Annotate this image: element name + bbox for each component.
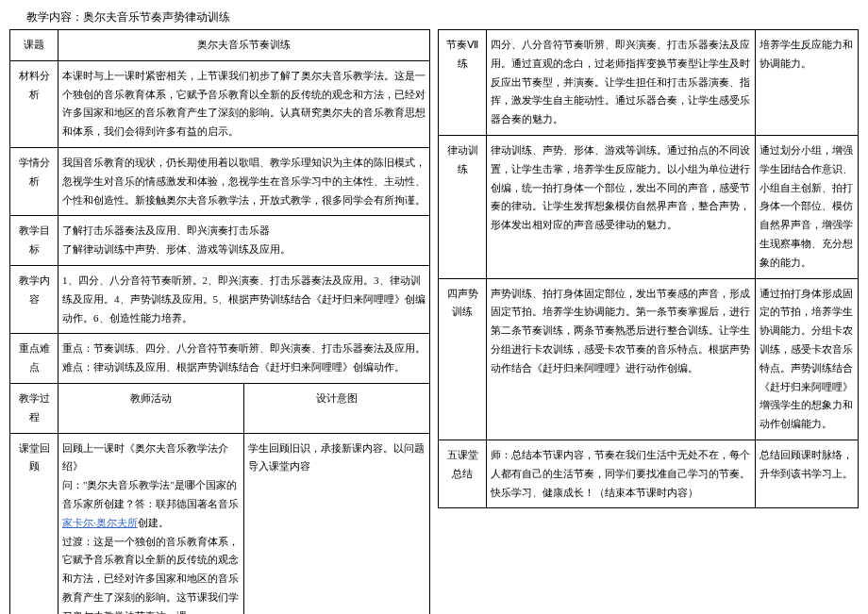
text-key: 重点：节奏训练、四分、八分音符节奏听辨、即兴演奏、打击乐器奏法及应用。难点：律动… [58, 334, 430, 384]
row-proc-header: 教学过程 教师活动 设计意图 [10, 383, 430, 433]
review-post: 创建。 过渡：这是一个独创的音乐教育体系，它赋予音乐教育以全新的反传统的观念和方… [62, 517, 239, 614]
row-material: 材料分析 本课时与上一课时紧密相关，上节课我们初步了解了奥尔夫音乐教学法。这是一… [10, 60, 430, 147]
row-r1: 节奏Ⅶ练 四分、八分音符节奏听辨、即兴演奏、打击乐器奏法及应用。通过直观的念白，… [439, 30, 859, 136]
label-content: 教学内容 [10, 265, 58, 333]
r3-label: 四声势训练 [439, 278, 487, 440]
page-title: 教学内容：奥尔夫音乐节奏声势律动训练 [9, 9, 859, 25]
label-topic: 课题 [10, 30, 58, 61]
text-material: 本课时与上一课时紧密相关，上节课我们初步了解了奥尔夫音乐教学法。这是一个独创的音… [58, 60, 430, 147]
row-topic: 课题 奥尔夫音乐节奏训练 [10, 30, 430, 61]
review-pre: 回顾上一课时《奥尔夫音乐教学法介绍》 问："奥尔夫音乐教学法"是哪个国家的音乐家… [62, 442, 239, 509]
review-design: 学生回顾旧识，承接新课内容。以问题导入课堂内容 [244, 433, 430, 614]
r4-label: 五课堂总结 [439, 440, 487, 507]
row-learn: 学情分析 我国音乐教育的现状，仍长期使用着以歌唱、教学乐理知识为主体的陈旧模式，… [10, 147, 430, 215]
r1-mid: 四分、八分音符节奏听辨、即兴演奏、打击乐器奏法及应用。通过直观的念白，过老师指挥… [487, 30, 756, 136]
r1-right: 培养学生反应能力和协调能力。 [756, 30, 859, 136]
label-goal: 教学目标 [10, 216, 58, 266]
goal-line1: 了解打击乐器奏法及应用、即兴演奏打击乐器 [62, 224, 270, 236]
r3-mid: 声势训练、拍打身体固定部位，发出节奏感的声音，形成固定节拍。培养学生协调能力。第… [487, 278, 756, 440]
row-goal: 教学目标 了解打击乐器奏法及应用、即兴演奏打击乐器 了解律动训练中声势、形体、游… [10, 216, 430, 266]
label-design: 设计意图 [244, 383, 430, 433]
text-learn: 我国音乐教育的现状，仍长期使用着以歌唱、教学乐理知识为主体的陈旧模式，忽视学生对… [58, 147, 430, 215]
text-content: 1、四分、八分音符节奏听辨。2、即兴演奏、打击乐器奏法及应用。3、律动训练及应用… [58, 265, 430, 333]
label-material: 材料分析 [10, 60, 58, 147]
label-key: 重点难点 [10, 334, 58, 384]
two-column-layout: 课题 奥尔夫音乐节奏训练 材料分析 本课时与上一课时紧密相关，上节课我们初步了解… [9, 29, 859, 614]
r2-label: 律动训练 [439, 135, 487, 278]
r3-right: 通过拍打身体形成固定的节拍，培养学生协调能力。分组卡农训练，感受卡农音乐特点。声… [756, 278, 859, 440]
row-r3: 四声势训练 声势训练、拍打身体固定部位，发出节奏感的声音，形成固定节拍。培养学生… [439, 278, 859, 440]
label-proc: 教学过程 [10, 383, 58, 433]
label-review: 课堂回顾 [10, 433, 58, 614]
goal-line2: 了解律动训练中声势、形体、游戏等训练及应用。 [62, 243, 291, 255]
row-content: 教学内容 1、四分、八分音符节奏听辨。2、即兴演奏、打击乐器奏法及应用。3、律动… [10, 265, 430, 333]
r4-right: 总结回顾课时脉络，升华到该书学习上。 [756, 440, 859, 507]
row-key: 重点难点 重点：节奏训练、四分、八分音符节奏听辨、即兴演奏、打击乐器奏法及应用。… [10, 334, 430, 384]
row-review: 课堂回顾 回顾上一课时《奥尔夫音乐教学法介绍》 问："奥尔夫音乐教学法"是哪个国… [10, 433, 430, 614]
right-table: 节奏Ⅶ练 四分、八分音符节奏听辨、即兴演奏、打击乐器奏法及应用。通过直观的念白，… [438, 29, 859, 508]
r2-mid: 律动训练、声势、形体、游戏等训练。通过拍点的不同设置，让学生击掌，培养学生反应能… [487, 135, 756, 278]
text-goal: 了解打击乐器奏法及应用、即兴演奏打击乐器 了解律动训练中声势、形体、游戏等训练及… [58, 216, 430, 266]
left-column: 课题 奥尔夫音乐节奏训练 材料分析 本课时与上一课时紧密相关，上节课我们初步了解… [9, 29, 430, 614]
r4-mid: 师：总结本节课内容，节奏在我们生活中无处不在，每个人都有自己的生活节奏，同学们要… [487, 440, 756, 507]
left-table: 课题 奥尔夫音乐节奏训练 材料分析 本课时与上一课时紧密相关，上节课我们初步了解… [9, 29, 430, 614]
review-teacher: 回顾上一课时《奥尔夫音乐教学法介绍》 问："奥尔夫音乐教学法"是哪个国家的音乐家… [58, 433, 244, 614]
label-learn: 学情分析 [10, 147, 58, 215]
right-column: 节奏Ⅶ练 四分、八分音符节奏听辨、即兴演奏、打击乐器奏法及应用。通过直观的念白，… [438, 29, 859, 614]
r2-right: 通过划分小组，增强学生团结合作意识、小组自主创新、拍打身体一个部位、模仿自然界声… [756, 135, 859, 278]
label-teacher-act: 教师活动 [58, 383, 244, 433]
r1-label: 节奏Ⅶ练 [439, 30, 487, 136]
review-link[interactable]: 家卡尔·奥尔夫所 [62, 517, 138, 528]
row-r4: 五课堂总结 师：总结本节课内容，节奏在我们生活中无处不在，每个人都有自己的生活节… [439, 440, 859, 507]
value-topic: 奥尔夫音乐节奏训练 [58, 30, 430, 61]
row-r2: 律动训练 律动训练、声势、形体、游戏等训练。通过拍点的不同设置，让学生击掌，培养… [439, 135, 859, 278]
